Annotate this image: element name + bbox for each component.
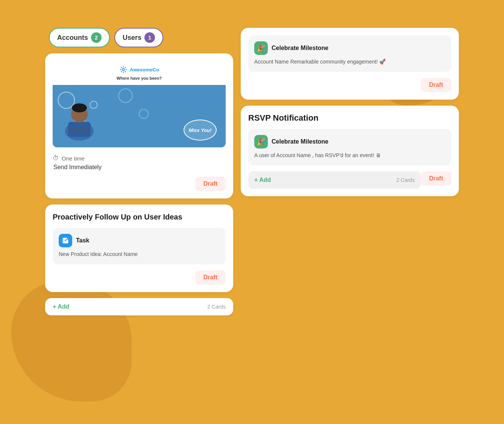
- svg-rect-18: [69, 129, 88, 131]
- svg-point-13: [139, 109, 148, 118]
- email-draft-button[interactable]: Draft: [195, 177, 226, 191]
- tab-users-label: Users: [123, 34, 141, 42]
- left-add-button[interactable]: + Add: [53, 303, 69, 310]
- tabs-row: Accounts 2 Users 1: [45, 28, 233, 47]
- left-cards-count: 2 Cards: [207, 304, 226, 310]
- followup-card: Proactively Follow Up on User Ideas Task…: [45, 204, 233, 292]
- svg-line-8: [121, 71, 122, 72]
- celebrate-icon-2: 🎉: [254, 135, 268, 148]
- celebrate-inner-card-1: 🎉 Celebrate Milestone Account Name Remar…: [248, 35, 451, 72]
- celebrate-title-2: Celebrate Milestone: [272, 138, 328, 145]
- left-panel: Accounts 2 Users 1: [45, 28, 233, 396]
- tab-accounts-badge: 2: [91, 32, 102, 43]
- rsvp-section-title: RSVP Notification: [248, 113, 451, 123]
- tab-accounts-label: Accounts: [57, 34, 88, 42]
- clock-icon: ⏱: [53, 155, 59, 162]
- miss-you-text: Miss You!: [189, 127, 212, 133]
- celebrate-icon-1: 🎉: [254, 41, 268, 55]
- awesomeco-logo: AwesomeCo: [119, 65, 159, 74]
- send-immediately-text: Send Immediately: [53, 164, 226, 171]
- svg-line-7: [125, 67, 126, 68]
- email-campaign-card: AwesomeCo Where have you been?: [45, 53, 233, 198]
- tab-accounts[interactable]: Accounts 2: [49, 28, 110, 47]
- rsvp-inner-card: 🎉 Celebrate Milestone A user of Account …: [248, 129, 451, 165]
- rsvp-draft-button[interactable]: Draft: [421, 171, 451, 186]
- celebrate-draft-button-1[interactable]: Draft: [421, 78, 451, 92]
- svg-line-6: [125, 71, 126, 72]
- right-cards-count: 2 Cards: [396, 177, 415, 183]
- svg-point-0: [122, 68, 124, 71]
- meta-schedule: ⏱ One time: [53, 155, 226, 162]
- task-icon: [59, 234, 72, 247]
- svg-point-17: [72, 103, 87, 112]
- email-banner: Miss You!: [53, 85, 226, 147]
- followup-inner-card: Task New Product Idea: Account Name: [53, 228, 226, 264]
- tab-users-badge: 1: [144, 32, 155, 43]
- followup-draft-button[interactable]: Draft: [195, 270, 226, 285]
- followup-title: Proactively Follow Up on User Ideas: [53, 212, 226, 222]
- celebrate-milestone-card: 🎉 Celebrate Milestone Account Name Remar…: [241, 28, 459, 100]
- right-panel: 🎉 Celebrate Milestone Account Name Remar…: [241, 28, 459, 396]
- meta-text: One time: [62, 155, 85, 162]
- celebrate-title-1: Celebrate Milestone: [272, 45, 328, 51]
- rsvp-body: A user of Account Name , has RSVP'd for …: [254, 151, 445, 159]
- svg-line-5: [121, 67, 122, 68]
- tab-users[interactable]: Users 1: [114, 28, 163, 47]
- task-title: Task: [76, 237, 89, 244]
- right-add-button[interactable]: + Add: [254, 177, 271, 183]
- task-body: New Product Idea: Account Name: [59, 250, 220, 258]
- logo-text: AwesomeCo: [130, 67, 159, 73]
- celebrate-body-1: Account Name Remarkable community engage…: [254, 58, 445, 66]
- email-subject: Where have you been?: [117, 76, 162, 80]
- svg-point-12: [119, 89, 132, 102]
- rsvp-card: RSVP Notification 🎉 Celebrate Milestone …: [241, 106, 459, 196]
- email-preview: AwesomeCo Where have you been?: [53, 61, 226, 147]
